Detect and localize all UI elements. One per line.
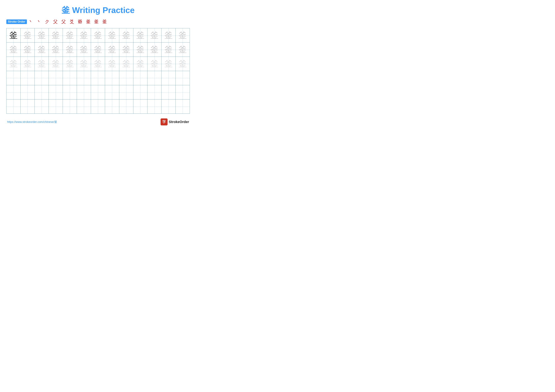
grid-cell: 釜 <box>133 28 147 42</box>
grid-cell <box>49 100 63 114</box>
character-verylight: 釜 <box>178 60 187 68</box>
grid-cell: 釜 <box>161 28 175 42</box>
character-verylight: 釜 <box>9 60 18 68</box>
character-light: 釜 <box>51 31 60 40</box>
character-verylight: 釜 <box>94 60 102 68</box>
grid-cell: 釜 <box>175 28 190 42</box>
grid-cell: 釜 <box>175 43 190 57</box>
grid-cell: 釜 <box>35 28 49 42</box>
stroke-order-row: Stroke Order 丶 丶 ク 父 父 爻 爺 釜 釜 釜 <box>6 19 190 25</box>
grid-cell <box>119 85 133 99</box>
grid-cell: 釜 <box>21 43 35 57</box>
grid-cell <box>7 85 21 99</box>
grid-cell <box>7 100 21 114</box>
grid-cell: 釜 <box>133 43 147 57</box>
grid-cell <box>133 71 147 85</box>
grid-cell <box>105 100 119 114</box>
grid-cell: 釜 <box>77 57 91 71</box>
grid-row-4 <box>7 71 190 85</box>
grid-cell <box>133 85 147 99</box>
character-light: 釜 <box>150 31 159 40</box>
character-verylight: 釜 <box>136 60 145 68</box>
grid-row-5 <box>7 85 190 100</box>
character-verylight: 釜 <box>66 60 74 68</box>
grid-cell <box>21 71 35 85</box>
grid-cell: 釜 <box>105 57 119 71</box>
grid-cell <box>175 71 190 85</box>
grid-cell: 釜 <box>49 57 63 71</box>
character-light: 釜 <box>178 46 187 54</box>
grid-cell: 釜 <box>7 43 21 57</box>
character-verylight: 釜 <box>23 60 32 68</box>
grid-cell <box>91 71 105 85</box>
practice-grid: 釜 釜 釜 釜 釜 釜 釜 釜 釜 釜 釜 釜 釜 釜 釜 釜 釜 釜 釜 釜 … <box>6 28 190 114</box>
grid-cell: 釜 <box>7 57 21 71</box>
character-light: 釜 <box>150 46 159 54</box>
grid-cell <box>77 71 91 85</box>
grid-cell: 釜 <box>119 57 133 71</box>
grid-cell: 釜 <box>21 57 35 71</box>
grid-cell <box>77 100 91 114</box>
grid-cell <box>63 71 77 85</box>
character-light: 釜 <box>9 46 18 54</box>
grid-cell: 釜 <box>77 28 91 42</box>
character-light: 釜 <box>23 31 32 40</box>
grid-cell <box>119 71 133 85</box>
character-light: 釜 <box>66 46 74 54</box>
grid-cell: 釜 <box>63 28 77 42</box>
grid-cell: 釜 <box>147 28 161 42</box>
character-light: 釜 <box>122 31 130 40</box>
character-light: 釜 <box>94 46 102 54</box>
grid-cell <box>7 71 21 85</box>
character-light: 釜 <box>108 46 116 54</box>
grid-cell <box>133 100 147 114</box>
grid-cell: 釜 <box>7 28 21 42</box>
grid-cell <box>105 85 119 99</box>
character-light: 釜 <box>37 46 46 54</box>
character-light: 釜 <box>164 46 173 54</box>
character-verylight: 釜 <box>164 60 173 68</box>
character-verylight: 釜 <box>122 60 130 68</box>
grid-cell <box>35 71 49 85</box>
character-verylight: 釜 <box>37 60 46 68</box>
grid-cell: 釜 <box>91 43 105 57</box>
grid-cell <box>161 85 175 99</box>
grid-cell: 釜 <box>133 57 147 71</box>
character-verylight: 釜 <box>108 60 116 68</box>
character-light: 釜 <box>66 31 74 40</box>
grid-row-6 <box>7 100 190 114</box>
character-light: 釜 <box>51 46 60 54</box>
grid-cell <box>161 71 175 85</box>
grid-cell: 釜 <box>161 43 175 57</box>
grid-cell: 釜 <box>91 57 105 71</box>
grid-cell <box>63 85 77 99</box>
footer-brand-name: StrokeOrder <box>169 120 189 124</box>
grid-cell: 釜 <box>35 57 49 71</box>
grid-cell: 釜 <box>161 57 175 71</box>
grid-cell: 釜 <box>91 28 105 42</box>
grid-cell: 釜 <box>147 43 161 57</box>
grid-cell: 釜 <box>49 43 63 57</box>
grid-cell: 釜 <box>105 43 119 57</box>
character-light: 釜 <box>80 46 88 54</box>
character-light: 釜 <box>80 31 88 40</box>
footer-brand: 字 StrokeOrder <box>161 118 189 125</box>
grid-cell: 釜 <box>35 43 49 57</box>
grid-row-2: 釜 釜 釜 釜 釜 釜 釜 釜 釜 釜 釜 釜 釜 <box>7 43 190 57</box>
grid-cell <box>105 71 119 85</box>
grid-cell <box>91 100 105 114</box>
character-light: 釜 <box>94 31 102 40</box>
grid-row-3: 釜 釜 釜 釜 釜 釜 釜 釜 釜 釜 釜 釜 釜 <box>7 57 190 71</box>
grid-cell: 釜 <box>119 43 133 57</box>
grid-row-1: 釜 釜 釜 釜 釜 釜 釜 釜 釜 釜 釜 釜 釜 <box>7 28 190 43</box>
stroke-order-badge: Stroke Order <box>6 20 27 24</box>
strokeorder-logo: 字 <box>161 118 168 125</box>
character-verylight: 釜 <box>80 60 88 68</box>
character-light: 釜 <box>23 46 32 54</box>
character-verylight: 釜 <box>51 60 60 68</box>
character-light: 釜 <box>164 31 173 40</box>
grid-cell <box>147 71 161 85</box>
footer: https://www.strokeorder.com/chinese/釜 字 … <box>6 118 190 125</box>
grid-cell <box>161 100 175 114</box>
stroke-order-chars: 丶 丶 ク 父 父 爻 爺 釜 釜 釜 <box>29 19 108 25</box>
